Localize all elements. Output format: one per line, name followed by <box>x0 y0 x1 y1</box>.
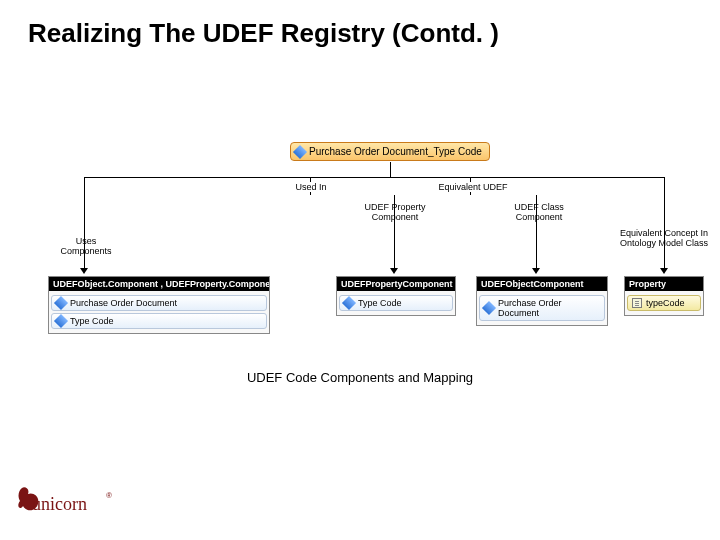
class-diamond-icon <box>54 314 68 328</box>
svg-text:®: ® <box>106 491 112 500</box>
arrow-down-icon <box>390 268 398 274</box>
relation-used-in: Used In <box>290 182 332 192</box>
logo-text: unicorn <box>32 494 87 514</box>
panel-header: Property <box>625 277 703 291</box>
panel-item: Purchase Order Document <box>51 295 267 311</box>
panel-item-label: Type Code <box>358 298 402 308</box>
relation-uses-components: Uses Components <box>50 236 122 257</box>
arrow-down-icon <box>80 268 88 274</box>
diagram-caption: UDEF Code Components and Mapping <box>0 370 720 385</box>
panel-item: Type Code <box>51 313 267 329</box>
connector-line <box>84 177 664 178</box>
relation-equivalent-concept: Equivalent Concept In Ontology Model Cla… <box>616 228 712 249</box>
connector-line <box>390 162 391 177</box>
panel-class-component: UDEFObjectComponent Purchase Order Docum… <box>476 276 608 326</box>
diagram-canvas: Purchase Order Document_Type Code Uses C… <box>0 0 720 540</box>
class-diamond-icon <box>54 296 68 310</box>
panel-item: typeCode <box>627 295 701 311</box>
list-icon <box>632 298 642 308</box>
top-node: Purchase Order Document_Type Code <box>290 142 490 161</box>
panel-item-label: Purchase Order Document <box>498 298 600 318</box>
panel-header: UDEFObject.Component , UDEFProperty.Comp… <box>49 277 269 291</box>
panel-uses: UDEFObject.Component , UDEFProperty.Comp… <box>48 276 270 334</box>
relation-udef-class-component: UDEF Class Component <box>490 202 588 223</box>
panel-header: UDEFObjectComponent <box>477 277 607 291</box>
panel-item-label: typeCode <box>646 298 685 308</box>
panel-item: Type Code <box>339 295 453 311</box>
unicorn-logo: unicorn ® <box>18 486 118 518</box>
panel-property-component: UDEFPropertyComponent Type Code <box>336 276 456 316</box>
relation-equivalent-udef: Equivalent UDEF <box>438 182 508 192</box>
arrow-down-icon <box>660 268 668 274</box>
panel-item-label: Type Code <box>70 316 114 326</box>
relation-udef-property-component: UDEF Property Component <box>362 202 428 223</box>
panel-item: Purchase Order Document <box>479 295 605 321</box>
class-diamond-icon <box>482 301 496 315</box>
panel-header: UDEFPropertyComponent <box>337 277 455 291</box>
arrow-down-icon <box>532 268 540 274</box>
class-diamond-icon <box>293 144 307 158</box>
connector-line <box>664 177 665 270</box>
top-node-label: Purchase Order Document_Type Code <box>309 146 482 157</box>
panel-property: Property typeCode <box>624 276 704 316</box>
panel-item-label: Purchase Order Document <box>70 298 177 308</box>
class-diamond-icon <box>342 296 356 310</box>
